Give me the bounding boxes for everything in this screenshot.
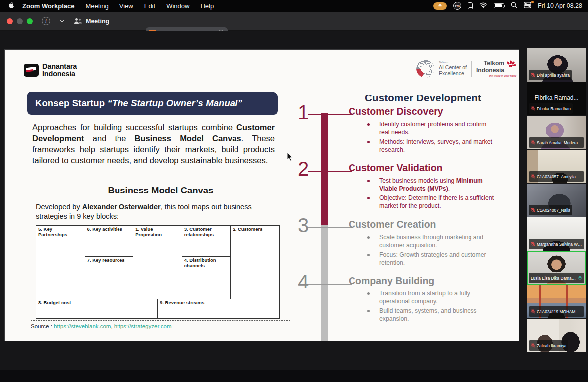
step-bullet: Identify customer problems and confirm r… xyxy=(379,121,498,136)
timeline-bar-gray xyxy=(321,225,328,341)
participant-name-tag: Margaretha Selvina W_... xyxy=(529,239,584,249)
participant-name-tag: Zafirah Ikramiya xyxy=(529,340,568,351)
step-customer-discovery: Customer DiscoveryIdentify customer prob… xyxy=(349,106,498,155)
danantara-logo-icon xyxy=(24,64,39,77)
menu-item-meeting[interactable]: Meeting xyxy=(80,2,114,10)
muted-mic-icon xyxy=(531,341,535,350)
zoom-menubar-icon[interactable]: zm xyxy=(453,2,461,10)
bmc-cell-customers: 2. Customers xyxy=(231,226,279,299)
step-bullet: Transition from a startup to a fully ope… xyxy=(379,290,498,305)
step-customer-validation: Customer ValidationTest business models … xyxy=(349,163,498,211)
window-controls xyxy=(0,18,33,24)
step-bullet: Methods: Interviews, surveys, and market… xyxy=(379,138,498,154)
muted-mic-icon xyxy=(531,138,535,147)
participant-name: Margaretha Selvina W_... xyxy=(537,242,582,247)
participant-tile-dini-aprilia-syahra[interactable]: Dini aprilia syahra xyxy=(527,48,586,82)
telkom-hand-icon xyxy=(505,60,516,70)
display-icon[interactable] xyxy=(468,2,473,9)
muted-mic-icon xyxy=(531,172,535,181)
source-link: https://strategyzer.com xyxy=(114,323,172,329)
step-customer-creation: Customer CreationScale business through … xyxy=(349,219,498,268)
meeting-info-button[interactable]: i xyxy=(42,17,50,25)
participant-tile-lusia-elsa-dika-damayanty[interactable]: Lusia Elsa Dika Damayanty xyxy=(527,251,586,285)
telkom-line2: Indonesia xyxy=(476,67,504,74)
menu-item-zoom-workplace[interactable]: Zoom Workplace xyxy=(17,2,80,10)
step-bullet: Objective: Determine if there is a suffi… xyxy=(379,194,498,210)
participant-name: Sarah Amalia_Moderator xyxy=(537,140,582,145)
aicoe-telkom-small: Telkom xyxy=(439,61,467,64)
participant-name: Fibrika Ramadhan xyxy=(537,106,571,111)
timeline-bar-maroon xyxy=(321,113,328,225)
participant-name: C1A024119 MOHAMMA... xyxy=(537,309,582,314)
menu-item-view[interactable]: View xyxy=(114,2,139,10)
step-bullet: Focus: Growth strategies and customer re… xyxy=(379,251,498,267)
step-company-building: Company BuildingTransition from a startu… xyxy=(349,276,498,324)
step-title: Customer Creation xyxy=(349,219,498,229)
participant-tile-c1a024007-naila[interactable]: C1A024007_Naila xyxy=(527,184,586,217)
battery-icon[interactable] xyxy=(494,3,504,8)
meeting-content-area: Danantara Indonesia Telkom AI Center of … xyxy=(0,31,588,382)
participant-tile-margaretha-selvina-w[interactable]: Margaretha Selvina W_... xyxy=(527,217,586,251)
chevron-down-icon[interactable] xyxy=(59,19,65,23)
bmc-description: Developed by Alexander Osterwalder, this… xyxy=(36,202,280,221)
muted-mic-icon xyxy=(531,206,535,215)
participant-name: Lusia Elsa Dika Damayanty xyxy=(531,276,576,281)
meeting-tab-label[interactable]: Meeting xyxy=(86,18,109,25)
aicoe-line2: Excellence xyxy=(439,70,467,76)
bmc-cell-customer-relationships: 3. Customer relationships xyxy=(182,226,231,257)
source-line: Source : https://steveblank.com, https:/… xyxy=(31,323,172,329)
participant-name-tag: C1A024007_Naila xyxy=(529,205,572,215)
bmc-cell-key-resources: 7. Key resources xyxy=(85,257,134,299)
participant-name-tag: C1A024057_Ameylia Fa... xyxy=(529,171,584,182)
apple-menu-icon[interactable] xyxy=(6,1,17,10)
bmc-table: 5. Key Partnerships 6. Key activities 1.… xyxy=(36,225,280,319)
ai-center-logo-icon xyxy=(416,60,434,78)
bmc-cell-revenue-streams: 9. Revenue streams xyxy=(158,299,279,319)
bottom-strip xyxy=(0,370,588,382)
step-title: Company Building xyxy=(349,276,498,286)
participant-name: Dini aprilia syahra xyxy=(537,73,570,78)
muted-mic-icon xyxy=(531,104,535,113)
wifi-icon[interactable] xyxy=(479,2,487,10)
participant-tile-sarah-amalia-moderator[interactable]: Sarah Amalia_Moderator xyxy=(527,116,586,149)
bmc-title: Business Model Canvas xyxy=(31,185,290,196)
source-label: Source : xyxy=(31,323,52,329)
step-bullet: Scale business through marketing and cus… xyxy=(379,234,498,249)
partner-logos: Telkom AI Center of Excellence Telkom In… xyxy=(416,60,516,78)
minimize-window-button[interactable] xyxy=(17,18,23,24)
menu-item-window[interactable]: Window xyxy=(161,2,195,10)
participant-tile-c1a024119-mohamma[interactable]: C1A024119 MOHAMMA... xyxy=(527,285,586,318)
intro-paragraph: Approaches for building successful start… xyxy=(32,122,275,166)
step-number: 3 xyxy=(291,215,316,235)
participant-name-tag: Dini aprilia syahra xyxy=(529,70,572,80)
macos-menubar: Zoom WorkplaceMeetingViewEditWindowHelp … xyxy=(0,0,588,12)
fullscreen-window-button[interactable] xyxy=(27,18,33,24)
bmc-cell-key-partnerships: 5. Key Partnerships xyxy=(36,226,85,299)
slide-title-banner: Konsep Startup “The Startup Owner’s Manu… xyxy=(27,92,278,115)
brand-line2: Indonesia xyxy=(42,70,77,78)
telkom-indonesia-logo: Telkom Indonesia the world in your hand xyxy=(476,60,516,77)
bmc-cell-key-activities: 6. Key activities xyxy=(85,226,134,257)
muted-mic-icon xyxy=(531,307,535,316)
participant-tile-zafirah-ikramiya[interactable]: Zafirah Ikramiya xyxy=(527,319,586,352)
menu-item-help[interactable]: Help xyxy=(195,2,219,10)
menubar-items: Zoom WorkplaceMeetingViewEditWindowHelp xyxy=(17,2,219,10)
search-icon[interactable] xyxy=(511,2,517,10)
step-number: 2 xyxy=(291,159,316,179)
participant-name: Zafirah Ikramiya xyxy=(537,343,566,348)
participant-tile-c1a024057-ameylia-fa[interactable]: C1A024057_Ameylia Fa... xyxy=(527,150,586,183)
telkom-tagline: the world in your hand xyxy=(489,74,516,77)
control-center-icon[interactable] xyxy=(524,2,531,10)
step-title: Customer Validation xyxy=(349,163,498,173)
business-model-canvas-box: Business Model Canvas Developed by Alexa… xyxy=(31,177,290,321)
close-window-button[interactable] xyxy=(7,18,13,24)
step-bullet: Test business models using Minimum Viabl… xyxy=(379,177,498,192)
muted-mic-icon xyxy=(531,71,535,80)
customer-development-heading: Customer Development xyxy=(349,92,498,104)
microphone-in-use-icon[interactable] xyxy=(433,2,447,10)
participant-tile-fibrika-ramadhan[interactable]: Fibrika Ramad...Fibrika Ramadhan xyxy=(527,82,586,115)
mouse-cursor xyxy=(287,152,293,164)
menubar-clock[interactable]: Fri 10 Apr 08.28 xyxy=(538,2,582,9)
bmc-cell-budget-cost: 8. Budget cost xyxy=(36,299,158,319)
menu-item-edit[interactable]: Edit xyxy=(139,2,161,10)
